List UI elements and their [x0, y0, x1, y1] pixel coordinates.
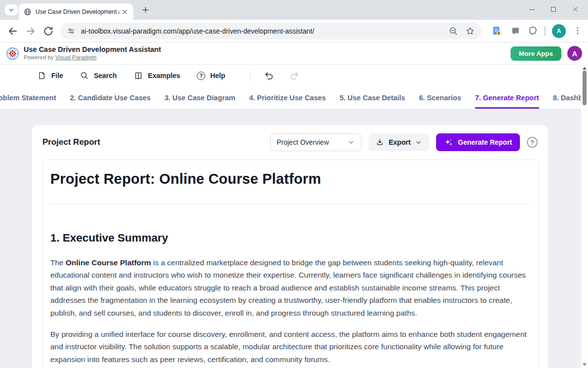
app-menubar: File Search Examples ? Help — [0, 65, 581, 86]
visual-paradigm-logo — [6, 47, 19, 60]
menu-examples[interactable]: Examples — [134, 71, 180, 81]
globe-favicon-icon — [24, 8, 32, 16]
menu-file[interactable]: File — [37, 71, 63, 80]
tab-close-button[interactable] — [121, 8, 128, 15]
workflow-steps: 1. Problem Statement 2. Candidate Use Ca… — [0, 86, 581, 109]
report-type-select[interactable]: Project Overview — [270, 133, 362, 151]
report-document: Project Report: Online Course Platform 1… — [42, 160, 539, 368]
close-icon — [572, 6, 579, 13]
sparkles-icon — [444, 138, 453, 147]
step-candidate-use-cases[interactable]: 2. Candidate Use Cases — [70, 86, 151, 109]
back-icon[interactable] — [7, 25, 19, 37]
extensions-puzzle-icon[interactable] — [528, 26, 538, 36]
export-label: Export — [389, 138, 410, 146]
chat-bubble-icon[interactable] — [511, 26, 520, 36]
browser-toolbar: ai-toolbox.visual-paradigm.com/app/use-c… — [0, 20, 588, 42]
extension-doc-download-icon[interactable] — [491, 26, 502, 37]
divider — [50, 204, 531, 204]
reload-icon[interactable] — [42, 25, 54, 37]
url-text[interactable]: ai-toolbox.visual-paradigm.com/app/use-c… — [81, 27, 441, 35]
book-icon — [134, 71, 143, 81]
forward-icon[interactable] — [25, 25, 37, 37]
step-scenarios[interactable]: 6. Scenarios — [419, 86, 461, 109]
scrollbar-up-arrow-icon[interactable] — [583, 67, 587, 70]
bookmark-star-icon[interactable] — [465, 26, 475, 36]
browser-tab-strip: Use Case Driven Development A — [0, 0, 588, 20]
help-icon: ? — [197, 72, 205, 80]
paragraph-1-rest: is a centralized marketplace designed to… — [50, 258, 526, 317]
page-scrollbar[interactable] — [581, 65, 588, 368]
file-icon — [37, 71, 46, 80]
main-content: Project Report Project Overview Export G… — [0, 109, 588, 368]
menu-help-label: Help — [210, 72, 225, 80]
paragraph-1-lead: The — [50, 258, 66, 267]
powered-by: Powered by Visual Paradigm — [24, 54, 96, 60]
paragraph-1: The Online Course Platform is a centrali… — [50, 256, 531, 319]
menu-help[interactable]: ? Help — [197, 72, 225, 80]
redo-icon[interactable] — [289, 70, 300, 81]
browser-tab[interactable]: Use Case Driven Development A — [19, 3, 133, 20]
report-controls: Project Overview Export Generate Report … — [270, 133, 538, 151]
window-maximize-button[interactable] — [543, 0, 564, 18]
export-button[interactable]: Export — [368, 133, 429, 151]
generate-report-button[interactable]: Generate Report — [436, 133, 520, 151]
user-avatar[interactable]: A — [567, 46, 582, 61]
paragraph-1-bold: Online Course Platform — [66, 258, 151, 267]
more-apps-button[interactable]: More Apps — [511, 46, 561, 61]
panel-title: Project Report — [42, 137, 100, 147]
minimize-icon — [529, 9, 535, 10]
search-icon — [80, 71, 89, 80]
step-problem-statement[interactable]: 1. Problem Statement — [0, 86, 56, 109]
step-prioritize-use-cases[interactable]: 4. Prioritize Use Cases — [249, 86, 326, 109]
close-icon — [121, 8, 128, 15]
visual-paradigm-link[interactable]: Visual Paradigm — [55, 54, 97, 60]
report-panel: Project Report Project Overview Export G… — [32, 125, 549, 368]
report-type-value: Project Overview — [277, 138, 329, 146]
menu-search[interactable]: Search — [80, 71, 117, 80]
address-bar[interactable]: ai-toolbox.visual-paradigm.com/app/use-c… — [60, 23, 481, 40]
scrollbar-down-arrow-icon[interactable] — [583, 363, 587, 366]
maximize-icon — [551, 7, 556, 12]
browser-profile-avatar[interactable]: A — [552, 24, 566, 38]
browser-menu-icon[interactable] — [573, 26, 582, 36]
chevron-down-icon — [415, 139, 422, 146]
download-icon — [375, 138, 384, 147]
window-close-button[interactable] — [564, 0, 586, 18]
chevron-down-icon — [347, 138, 355, 146]
app-title: Use Case Driven Development Assistant — [24, 45, 161, 53]
report-toolbar: Project Report Project Overview Export G… — [32, 125, 549, 160]
panel-help-icon[interactable]: ? — [527, 137, 538, 148]
section-heading: 1. Executive Summary — [50, 231, 531, 245]
step-generate-report[interactable]: 7. Generate Report — [475, 86, 539, 109]
window-controls — [521, 0, 586, 19]
menubar-separator — [250, 69, 251, 82]
browser-window: Use Case Driven Development A ai-toolbox… — [0, 0, 588, 368]
paragraph-2: By providing a unified interface for cou… — [50, 328, 531, 366]
app-header: Use Case Driven Development Assistant Po… — [0, 42, 588, 65]
tab-search-button[interactable] — [5, 4, 18, 15]
menu-file-label: File — [51, 72, 63, 80]
plus-icon — [142, 6, 149, 14]
window-minimize-button[interactable] — [521, 0, 543, 18]
menu-search-label: Search — [94, 72, 117, 80]
tab-title: Use Case Driven Development A — [36, 8, 119, 15]
undo-icon[interactable] — [263, 70, 274, 81]
toolbar-separator — [545, 26, 546, 36]
scrollbar-thumb[interactable] — [583, 71, 587, 105]
chevron-down-icon — [8, 7, 14, 13]
powered-by-prefix: Powered by — [24, 54, 55, 60]
step-use-case-details[interactable]: 5. Use Case Details — [339, 86, 405, 109]
document-title: Project Report: Online Course Platform — [50, 170, 531, 188]
new-tab-button[interactable] — [141, 5, 150, 14]
zoom-out-icon[interactable] — [448, 26, 458, 36]
step-use-case-diagram[interactable]: 3. Use Case Diagram — [164, 86, 235, 109]
generate-report-label: Generate Report — [458, 138, 512, 146]
menu-examples-label: Examples — [148, 72, 180, 80]
site-settings-icon[interactable] — [67, 27, 75, 36]
